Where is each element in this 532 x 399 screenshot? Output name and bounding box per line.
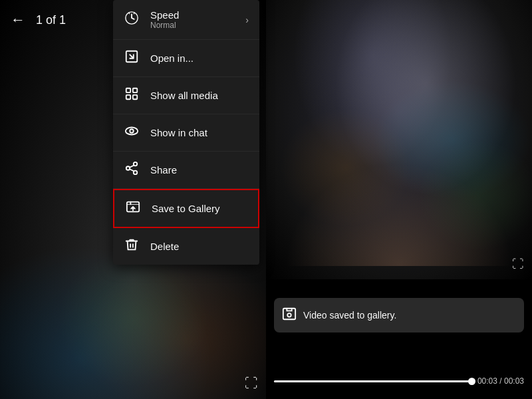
svg-point-9 (134, 162, 138, 166)
show-all-media-label: Show all media (150, 90, 249, 101)
svg-rect-6 (133, 95, 137, 99)
progress-fill (274, 380, 472, 382)
total-time: 00:03 (504, 376, 524, 386)
svg-rect-4 (133, 88, 137, 92)
grid-icon (124, 86, 140, 104)
share-icon (124, 161, 140, 179)
notification-text: Video saved to gallery. (303, 310, 396, 321)
context-menu: Speed Normal › Open in... Show all media (113, 0, 259, 265)
menu-item-delete[interactable]: Delete (113, 228, 259, 265)
svg-rect-3 (126, 88, 130, 92)
open-in-icon (124, 49, 140, 67)
share-label: Share (150, 164, 249, 176)
menu-item-speed[interactable]: Speed Normal › (113, 0, 259, 40)
right-panel: ⛶ Video saved to gallery. 00:03 / 00:03 (266, 0, 532, 399)
svg-point-8 (130, 129, 134, 133)
menu-item-open-in[interactable]: Open in... (113, 40, 259, 77)
current-time: 00:03 (477, 376, 497, 386)
eye-icon (124, 124, 140, 142)
progress-track[interactable] (274, 380, 472, 382)
back-button[interactable]: ← (11, 11, 25, 29)
video-area: ⛶ (266, 0, 532, 279)
save-gallery-icon (125, 200, 141, 217)
menu-item-share[interactable]: Share (113, 152, 259, 189)
video-progress-area: 00:03 / 00:03 (274, 376, 524, 386)
svg-point-1 (287, 313, 291, 317)
save-notification-icon (282, 307, 297, 325)
speed-icon (124, 11, 140, 29)
delete-icon (124, 237, 140, 255)
speed-label: Speed (150, 9, 235, 21)
svg-point-10 (126, 166, 130, 170)
video-time: 00:03 / 00:03 (477, 376, 524, 386)
fullscreen-icon-right[interactable]: ⛶ (512, 257, 524, 271)
svg-rect-5 (126, 95, 130, 99)
open-in-label: Open in... (150, 53, 249, 64)
fullscreen-icon-left[interactable]: ⛶ (245, 376, 258, 391)
show-in-chat-label: Show in chat (150, 127, 249, 138)
speed-value: Normal (150, 21, 235, 30)
menu-item-show-all-media[interactable]: Show all media (113, 77, 259, 114)
menu-item-save-to-gallery[interactable]: Save to Gallery (113, 189, 259, 228)
svg-point-11 (134, 171, 138, 175)
time-separator: / (499, 376, 504, 386)
delete-label: Delete (150, 241, 249, 252)
save-to-gallery-label: Save to Gallery (152, 203, 247, 214)
svg-point-7 (126, 128, 138, 135)
notification-bar: Video saved to gallery. (274, 298, 524, 332)
progress-thumb[interactable] (468, 378, 475, 385)
media-counter: 1 of 1 (36, 13, 66, 27)
menu-item-show-in-chat[interactable]: Show in chat (113, 114, 259, 152)
speed-arrow: › (245, 15, 249, 25)
hand-overlay (266, 146, 532, 266)
